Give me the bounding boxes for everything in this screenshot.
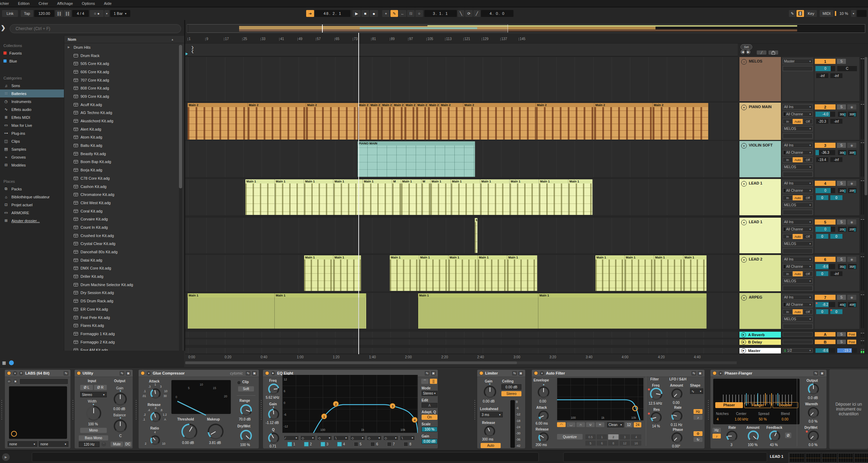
sidebar-item-place[interactable]: ▭ ARMOIRE	[0, 209, 64, 217]
track-activator[interactable]: 4	[815, 181, 836, 186]
track-header[interactable]: ▼ LEAD 1 All Ins▼ All Channe▼ InAutoOff …	[739, 179, 868, 215]
phase-left-button[interactable]: Ø L	[80, 385, 93, 390]
arrangement-clip[interactable]: Main 2	[358, 103, 369, 140]
arrangement-clip[interactable]: Main 1	[390, 255, 419, 291]
io-show-icon[interactable]: ╱	[757, 50, 766, 55]
arm-button[interactable]: ◉	[847, 143, 856, 148]
envelope-amount-knob[interactable]	[538, 386, 549, 398]
return-name-area[interactable]: ▶ B Delay	[739, 339, 781, 345]
list-item[interactable]: ▶ Clint West Kit.adg	[64, 199, 184, 207]
arrangement-clip[interactable]: Main 2	[381, 103, 393, 140]
audition-icon[interactable]: ⌒	[421, 379, 428, 384]
list-item[interactable]: ▶ Acuff Kit.adg	[64, 101, 184, 109]
arrangement-clip[interactable]: Main 1	[245, 179, 275, 215]
preset-name-field[interactable]	[20, 379, 68, 384]
arrangement-clip[interactable]: Main 1	[507, 255, 537, 291]
master-track-header[interactable]: ▶ Master 1/2▼ -8.6 -19.3	[739, 348, 868, 353]
return-track-header[interactable]: ▶ B Delay B S Post	[739, 339, 868, 345]
save-preset-icon[interactable]: ▣	[518, 371, 523, 376]
track-name-area[interactable]: ▼ VIOLIN SOFT	[739, 141, 781, 177]
band-enable-checkbox[interactable]	[387, 442, 391, 446]
pan-right[interactable]: 20R	[848, 188, 857, 193]
loop-brace[interactable]: ❯❮	[191, 46, 201, 50]
band-enable-checkbox[interactable]	[404, 442, 408, 446]
solo-button[interactable]: S	[837, 219, 846, 225]
volume-slider[interactable]: -4.0	[815, 112, 835, 117]
pan-left[interactable]: 40L	[838, 302, 847, 307]
list-item[interactable]: ▶ Beastly Kit.adg	[64, 150, 184, 158]
soft-clip-button[interactable]: Soft	[238, 386, 254, 391]
feedback-knob[interactable]	[769, 431, 780, 442]
config-menu-1[interactable]: none▼	[8, 441, 37, 447]
list-item[interactable]: ▶ Atom Kit.adg	[64, 133, 184, 142]
warmth-knob[interactable]	[808, 407, 819, 418]
menu-item[interactable]: Fichier	[0, 1, 9, 6]
arrangement-clip[interactable]: Main 2	[306, 103, 358, 140]
input-type-menu[interactable]: All Ins▼	[783, 219, 813, 225]
list-item[interactable]: ▶ Count In Kit.adg	[64, 223, 184, 232]
quantize-beat-cell[interactable]: 2	[608, 434, 619, 440]
rate-hz-button[interactable]: Hz	[713, 428, 721, 433]
band-shape-menu[interactable]: ◇▼	[367, 435, 382, 441]
track-lane[interactable]	[185, 348, 738, 353]
prev-marker-icon[interactable]: ◀	[740, 50, 745, 54]
menu-item[interactable]: Edition	[18, 1, 30, 6]
search-box[interactable]	[10, 24, 181, 33]
solo-button[interactable]: S	[837, 295, 846, 300]
draw-mode-icon[interactable]: ✎	[390, 10, 398, 17]
volume-slider[interactable]: -8.6	[815, 264, 835, 269]
solo-button[interactable]: S	[837, 59, 846, 64]
arrangement-clip[interactable]: Main 2	[653, 103, 708, 140]
list-item[interactable]: ▶ Datai Kit.adg	[64, 256, 184, 264]
arrangement-clip[interactable]: Main 1	[478, 255, 507, 291]
return-activator[interactable]: A	[815, 332, 836, 337]
device-activator-led[interactable]	[713, 371, 717, 375]
fold-track-icon[interactable]: ▶	[741, 332, 746, 337]
eq-band-node[interactable]: 2	[333, 401, 339, 407]
list-item[interactable]: ▶ Dry Session Kit.adg	[64, 289, 184, 297]
input-type-menu[interactable]: All Ins▼	[783, 143, 813, 148]
metronome-toggle[interactable]: ○ ●	[90, 10, 104, 17]
dc-filter-button[interactable]: DC	[124, 442, 132, 447]
sidebar-item-collection[interactable]: Favoris	[0, 49, 64, 57]
doubler-mode-button[interactable]: Doubler	[773, 402, 798, 408]
drywet-knob[interactable]	[240, 430, 252, 442]
track-header[interactable]: ▼ LEAD 2 All Ins▼ All Channe▼ InAutoOff …	[739, 255, 868, 291]
arrangement-clip[interactable]: Main 2	[594, 103, 653, 140]
list-item[interactable]: ▶ 505 Core Kit.adg	[64, 59, 184, 68]
tempo-field[interactable]: 120.00	[34, 10, 54, 17]
band-enable-checkbox[interactable]	[370, 442, 375, 446]
monitor-radio[interactable]: InAutoOff	[783, 195, 813, 200]
list-item[interactable]: ▶ Four AM Kit.adg	[64, 346, 184, 351]
arrangement-clip[interactable]: M	[475, 218, 478, 253]
notches-value[interactable]: 4	[717, 417, 719, 421]
arrangement-clip[interactable]: Main 1	[401, 179, 422, 215]
sidebar-item-place[interactable]: ⌂ Bibliothèque utilisateur	[0, 193, 64, 201]
output-knob[interactable]	[808, 384, 819, 395]
fold-track-icon[interactable]: ▼	[741, 220, 747, 225]
drywet-knob[interactable]	[808, 431, 819, 442]
stereo-link-button[interactable]: Stereo	[501, 391, 521, 396]
channel-mode-menu[interactable]: Stereo▼	[80, 392, 107, 397]
automation-re-enable-icon[interactable]: ←	[399, 10, 406, 17]
list-header[interactable]: Nom▲	[64, 36, 184, 43]
list-item[interactable]: ▶ ER Core Kit.adg	[64, 305, 184, 313]
list-item[interactable]: ▶ Boom Bap Kit.adg	[64, 158, 184, 166]
master-pan[interactable]: -19.3	[837, 348, 857, 353]
band-freq-knob[interactable]	[268, 384, 279, 395]
sort-icon[interactable]: ▲	[171, 38, 174, 41]
hot-swap-icon[interactable]: ⇆	[246, 371, 251, 376]
link-button[interactable]: Link	[2, 10, 18, 17]
device-activator-led[interactable]	[479, 371, 483, 375]
fold-track-icon[interactable]: ▶	[741, 348, 746, 353]
device-activator-led[interactable]	[7, 371, 11, 375]
time-signature-field[interactable]: 4 / 4	[72, 10, 89, 17]
volume-slider[interactable]: 0	[815, 66, 835, 71]
config-menu-2[interactable]: none▼	[39, 441, 68, 447]
device-activator-led[interactable]	[534, 371, 538, 375]
arrangement-clip[interactable]: Main 2	[188, 103, 248, 140]
sidebar-item-category[interactable]: ∷ Batteries	[0, 89, 64, 97]
arrangement-clip[interactable]: Main 1	[304, 255, 333, 291]
folder-icon[interactable]: 🗁	[7, 379, 11, 384]
volume-slider[interactable]: -36.3	[815, 150, 835, 155]
